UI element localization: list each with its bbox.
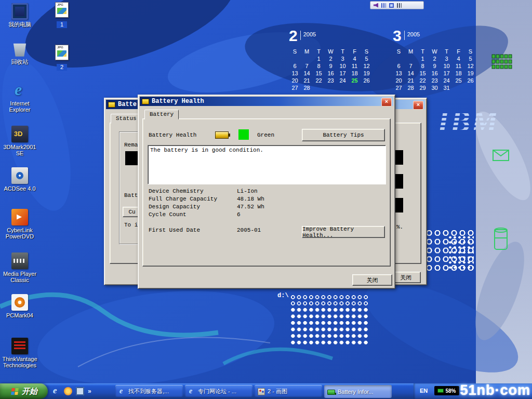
language-indicator[interactable]: EN: [420, 388, 428, 394]
calendar-day-header: T: [417, 48, 429, 55]
calendar-header: 22005: [289, 28, 374, 46]
calendar-march-2005: 32005SMTWTFS1234567891011121314151617181…: [393, 28, 478, 91]
calendar-month: 3: [393, 28, 402, 44]
improve-battery-health-button[interactable]: Improve Battery Health...: [302, 226, 385, 238]
calendar-date: 22: [313, 77, 325, 84]
calendar-date: 30: [429, 84, 441, 91]
calendar-date: [393, 55, 405, 62]
my-computer-icon: [11, 3, 28, 20]
quick-launch: »: [52, 385, 91, 397]
volume-icon[interactable]: [381, 3, 386, 8]
calendar-date: [313, 84, 325, 91]
file-label: 2: [57, 64, 67, 71]
display-icon[interactable]: [389, 3, 394, 8]
calendar-date: 27: [289, 84, 301, 91]
calendar-date: 20: [393, 77, 405, 84]
battery-indicator[interactable]: 58%: [434, 386, 459, 395]
ie-quicklaunch-icon[interactable]: [52, 387, 60, 395]
calendar-month: 2: [289, 28, 298, 44]
desktop-icon-pcmark[interactable]: PCMark04: [1, 294, 38, 318]
desktop-file-2[interactable]: 2: [52, 45, 71, 71]
calendar-day-header: M: [405, 48, 417, 55]
system-toolbar: [370, 1, 424, 9]
taskbar-task-battery[interactable]: Battery Infor...: [324, 385, 392, 398]
desktop-icon-3dmark[interactable]: 3DMark2001 SE: [1, 126, 38, 156]
calendar-date: [405, 55, 417, 62]
start-button[interactable]: 开始: [0, 383, 48, 399]
thinkvantage-icon: [11, 338, 28, 354]
calendar-date: 26: [361, 77, 373, 84]
calendar-date: [453, 84, 464, 91]
dot-pattern: [448, 235, 474, 270]
dot-pattern: [290, 307, 369, 346]
calendar-date: 19: [464, 70, 476, 77]
desktop-icon-powerdvd[interactable]: CyberLink PowerDVD: [1, 209, 38, 240]
desktop-icon-my-computer[interactable]: 我的电脑: [1, 3, 38, 28]
calendar-date: 20: [289, 77, 301, 84]
calendar-date: 17: [337, 70, 349, 77]
battery-percent: 58%: [445, 388, 456, 394]
calendar-day-header: T: [313, 48, 325, 55]
calendar-header: 32005: [393, 28, 478, 46]
tab-battery[interactable]: Battery: [144, 110, 179, 119]
quicklaunch-overflow-chevron[interactable]: »: [88, 388, 91, 395]
field-label: Design Capacity: [149, 204, 200, 210]
calendar-date: 13: [393, 70, 405, 77]
calendar-day-header: S: [289, 48, 301, 55]
desktop-icon-recycle-bin[interactable]: 回收站: [1, 41, 38, 65]
calendar-date: 4: [453, 55, 464, 62]
battery-tips-button[interactable]: Battery Tips: [302, 129, 385, 141]
desktop-icon-mpc[interactable]: Media Player Classic: [1, 252, 38, 283]
media-quicklaunch-icon[interactable]: [64, 387, 72, 395]
jpg-file-icon: [55, 2, 69, 18]
desktop-icon-thinkvantage[interactable]: ThinkVantage Technologies: [1, 338, 38, 368]
taskbar: 开始 » 找不到服务器,...专门网论坛 - ...2 - 画图Battery …: [0, 383, 532, 399]
battery-icon: [327, 390, 335, 395]
drive-label: d:\: [277, 292, 289, 299]
calendar-date: 31: [441, 84, 453, 91]
desktop-icon-label: 3DMark2001 SE: [1, 144, 38, 156]
calendar-date: 6: [393, 62, 405, 70]
taskbar-task-ie[interactable]: 找不到服务器,...: [115, 385, 183, 398]
task-buttons: 找不到服务器,...专门网论坛 - ...2 - 画图Battery Infor…: [115, 385, 392, 398]
battery-icon: [215, 131, 229, 139]
close-icon[interactable]: ×: [381, 98, 392, 107]
ie-icon: [11, 82, 28, 99]
ie-icon: [188, 388, 195, 395]
keyboard-icon[interactable]: [397, 3, 402, 8]
field-value: Li-Ion: [237, 188, 258, 194]
calendar-date: 28: [301, 84, 313, 91]
taskbar-task-ie[interactable]: 专门网论坛 - ...: [185, 385, 252, 398]
calendar-day-header: T: [337, 48, 349, 55]
desktop-icon-label: ACDSee 4.0: [1, 185, 38, 192]
battery-window-icon: [142, 99, 149, 104]
titlebar[interactable]: Battery Health: [140, 97, 393, 106]
calendar-february-2005: 22005SMTWTFS1234567891011121314151617181…: [289, 28, 374, 91]
calendar-date: 7: [301, 62, 313, 70]
desktop-quicklaunch-icon[interactable]: [76, 387, 84, 395]
desktop-icon-label: 我的电脑: [1, 21, 38, 28]
desktop-icon-acdsee[interactable]: ACDSee 4.0: [1, 167, 38, 192]
calendar-date: 17: [441, 70, 453, 77]
calendar-date: [361, 84, 373, 91]
desktop-icon-label: Internet Explorer: [1, 100, 38, 113]
desktop-file-1[interactable]: 1: [52, 2, 71, 29]
close-button[interactable]: 关闭: [352, 274, 392, 286]
watermark: 51nb·com: [460, 382, 530, 398]
close-icon[interactable]: ×: [413, 101, 423, 110]
calendar-date: 24: [441, 77, 453, 84]
calendar-divider: [404, 31, 405, 40]
condition-textbox[interactable]: The battery is in good condition.: [148, 145, 386, 184]
field-label: Device Chemistry: [149, 188, 204, 194]
calendar-date: 11: [349, 62, 361, 70]
tab-status[interactable]: Status: [111, 114, 142, 124]
calendar-date: 5: [464, 55, 476, 62]
speaker-icon[interactable]: [374, 3, 378, 8]
envelope-icon: [493, 150, 509, 161]
desktop-icon-ie[interactable]: Internet Explorer: [1, 82, 38, 113]
calendar-date: 18: [453, 70, 464, 77]
battery-cylinder-icon: [494, 227, 508, 250]
taskbar-task-paint[interactable]: 2 - 画图: [255, 385, 322, 398]
calendar-date: 13: [289, 70, 301, 77]
calendar-date: 26: [464, 77, 476, 84]
